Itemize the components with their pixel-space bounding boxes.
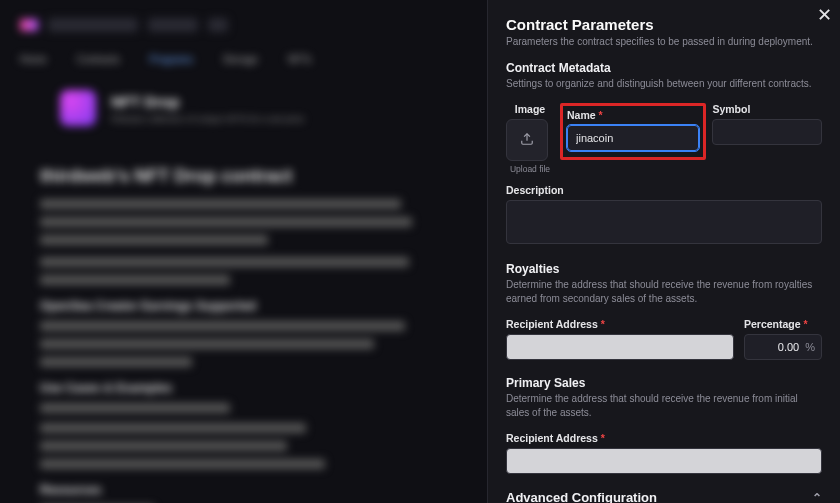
primary-heading: Primary Sales [506,376,822,390]
royalties-desc: Determine the address that should receiv… [506,278,822,306]
panel-subtitle: Parameters the contract specifies to be … [506,35,822,49]
royalty-address-input[interactable] [506,334,734,360]
royalties-heading: Royalties [506,262,822,276]
name-highlight: Name * [560,103,706,160]
description-label: Description [506,184,822,196]
upload-icon [520,132,534,149]
metadata-desc: Settings to organize and distinguish bet… [506,77,822,91]
royalty-percentage-label: Percentage * [744,318,822,330]
upload-image-button[interactable] [506,119,548,161]
description-input[interactable] [506,200,822,244]
panel-title: Contract Parameters [506,16,822,33]
chevron-up-icon: ⌃ [812,491,822,504]
close-icon[interactable]: ✕ [817,6,832,24]
royalty-address-label: Recipient Address * [506,318,734,330]
name-input[interactable] [567,125,699,151]
symbol-label: Symbol [712,103,822,115]
primary-address-label: Recipient Address * [506,432,822,444]
upload-text: Upload file [506,164,554,174]
primary-desc: Determine the address that should receiv… [506,392,822,420]
primary-address-input[interactable] [506,448,822,474]
advanced-heading: Advanced Configuration [506,490,657,503]
percent-symbol: % [805,341,815,353]
image-label: Image [506,103,554,115]
symbol-input[interactable] [712,119,822,145]
name-label: Name * [567,109,699,121]
advanced-toggle[interactable]: Advanced Configuration ⌃ [506,490,822,503]
metadata-heading: Contract Metadata [506,61,822,75]
royalty-percentage-input[interactable] [751,341,799,353]
contract-parameters-panel: ✕ Contract Parameters Parameters the con… [487,0,840,503]
